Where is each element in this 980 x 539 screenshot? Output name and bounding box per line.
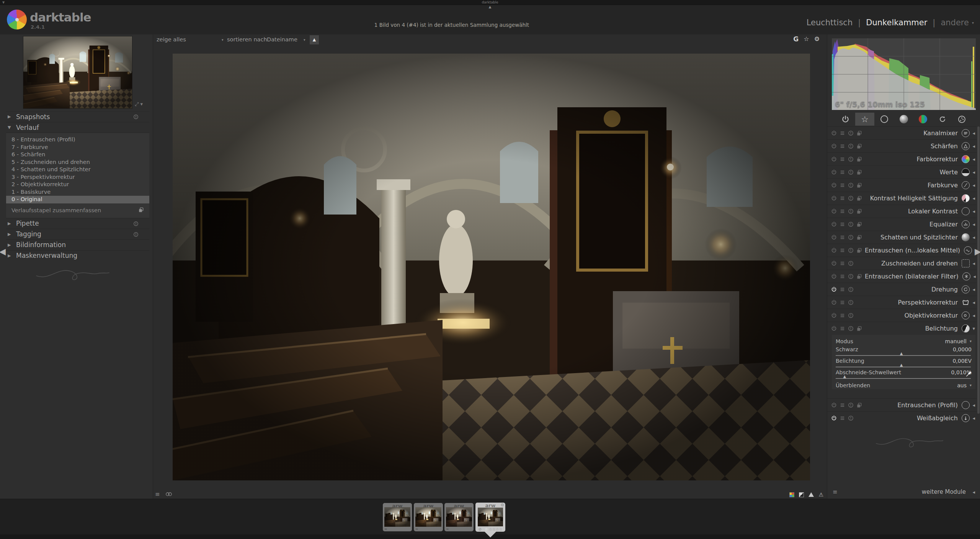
module-equalizer[interactable]: Equalizer ◂ bbox=[827, 218, 977, 231]
module-belichtung[interactable]: Belichtung ▾ bbox=[827, 322, 977, 335]
reject-icon[interactable]: ⊘ bbox=[478, 527, 481, 531]
power-icon[interactable] bbox=[831, 247, 837, 253]
presets-icon[interactable] bbox=[840, 234, 845, 240]
presets-icon[interactable] bbox=[840, 182, 845, 188]
instances-icon[interactable] bbox=[856, 326, 862, 331]
module-label[interactable]: Kanalmixer bbox=[923, 129, 962, 137]
expand-icon[interactable]: ◂ bbox=[970, 234, 975, 240]
instances-icon[interactable] bbox=[856, 274, 862, 279]
presets-icon[interactable] bbox=[840, 143, 845, 149]
navigation-thumbnail[interactable] bbox=[23, 36, 132, 109]
module-label[interactable]: Equalizer bbox=[929, 221, 962, 228]
module-farbkorrektur[interactable]: Farbkorrektur ◂ bbox=[827, 152, 977, 165]
filmstrip-thumbnail-1[interactable]: arw ≈ bbox=[383, 503, 412, 531]
slider-marker[interactable]: ▲ bbox=[900, 363, 903, 367]
power-icon[interactable] bbox=[831, 182, 837, 188]
presets-icon[interactable] bbox=[840, 402, 845, 408]
reset-icon[interactable] bbox=[848, 247, 854, 253]
presets-icon[interactable] bbox=[840, 130, 845, 136]
history-item-selected[interactable]: 0 - Original bbox=[6, 196, 149, 203]
instances-icon[interactable] bbox=[856, 130, 862, 136]
reset-icon[interactable] bbox=[848, 402, 854, 408]
filmstrip-thumbnail-4-selected[interactable]: arw ⚙ ⊘ ☆ ☆☆☆☆ bbox=[475, 503, 505, 532]
power-icon[interactable] bbox=[831, 169, 837, 175]
module-entrauschen-profil[interactable]: Entrauschen (Profil) ◂ bbox=[827, 398, 977, 411]
power-icon[interactable] bbox=[831, 313, 837, 318]
reset-icon[interactable] bbox=[848, 415, 854, 421]
module-label[interactable]: Entrauschen (n...lokales Mittel) bbox=[865, 247, 964, 254]
favorite-star-icon[interactable]: ☆ bbox=[804, 35, 809, 43]
module-kanalmixer[interactable]: Kanalmixer ◂ bbox=[827, 126, 977, 139]
instances-icon[interactable] bbox=[856, 402, 862, 408]
panel-scrollbar[interactable] bbox=[977, 126, 980, 414]
reset-icon[interactable] bbox=[133, 221, 139, 226]
slider-marker[interactable]: ▲ bbox=[900, 351, 903, 356]
reset-icon[interactable] bbox=[133, 114, 139, 120]
blend-combobox[interactable]: Überblenden aus ▾ bbox=[836, 381, 972, 389]
module-drehung[interactable]: Drehung ◂ bbox=[827, 283, 977, 296]
presets-icon[interactable] bbox=[840, 260, 845, 266]
view-other[interactable]: andere bbox=[941, 18, 969, 27]
sort-dropdown-icon[interactable]: ▾ bbox=[304, 38, 305, 42]
module-label[interactable]: Schatten und Spitzlichter bbox=[880, 234, 962, 241]
power-icon[interactable] bbox=[831, 130, 837, 136]
instances-icon[interactable] bbox=[856, 195, 862, 201]
expand-icon[interactable]: ◂ bbox=[970, 313, 975, 318]
expand-icon[interactable]: ◂ bbox=[970, 130, 975, 136]
history-item[interactable]: 7 - Farbkurve bbox=[6, 144, 149, 151]
collapse-icon[interactable]: ▾ bbox=[970, 326, 975, 331]
correction-group-button[interactable] bbox=[933, 113, 952, 126]
expand-icon[interactable]: ◂ bbox=[970, 300, 975, 305]
module-perspektivkorrektur[interactable]: Perspektivkorrektur ◂ bbox=[827, 296, 977, 309]
create-style-icon[interactable] bbox=[138, 207, 144, 213]
module-label[interactable]: Zuschneiden und drehen bbox=[881, 260, 962, 267]
sort-ascending-button[interactable]: ▲ bbox=[310, 35, 319, 44]
module-label[interactable]: Farbkurve bbox=[928, 182, 962, 189]
presets-icon[interactable] bbox=[840, 326, 845, 331]
history-item[interactable]: 4 - Schatten und Spitzlichter bbox=[6, 166, 149, 174]
section-snapshots[interactable]: ▶ Snapshots bbox=[6, 111, 149, 122]
reset-icon[interactable] bbox=[848, 143, 854, 149]
mode-combobox[interactable]: Modus manuell ▾ bbox=[836, 337, 972, 345]
power-icon[interactable] bbox=[831, 195, 837, 201]
basic-group-button[interactable] bbox=[874, 113, 894, 126]
raw-overexposure-icon[interactable]: ⚠ bbox=[818, 491, 823, 498]
module-label[interactable]: Objektivkorrektur bbox=[904, 312, 962, 319]
module-lokaler-kontrast[interactable]: Lokaler Kontrast ◂ bbox=[827, 205, 977, 218]
presets-menu-icon[interactable]: ≡ bbox=[155, 491, 160, 498]
tone-group-button[interactable] bbox=[894, 113, 913, 126]
instances-icon[interactable] bbox=[856, 234, 862, 240]
clipping-slider[interactable]: Abschneide-Schwellwert0,010% ▲ bbox=[836, 369, 972, 379]
reset-icon[interactable] bbox=[133, 232, 139, 237]
expand-icon[interactable]: ◂ bbox=[970, 182, 975, 188]
window-menu-icon[interactable]: ▼ bbox=[2, 0, 5, 5]
slider-marker[interactable]: ▲ bbox=[843, 374, 846, 378]
expand-icon[interactable]: ◂ bbox=[970, 287, 975, 292]
presets-icon[interactable] bbox=[840, 415, 845, 421]
favorites-group-button[interactable]: ☆ bbox=[855, 113, 875, 126]
expand-icon[interactable]: ◂ bbox=[970, 221, 975, 227]
module-schaerfen[interactable]: Schärfen ◂ bbox=[827, 139, 977, 152]
reset-icon[interactable] bbox=[848, 260, 854, 266]
reset-icon[interactable] bbox=[848, 156, 854, 162]
filter-combobox[interactable]: zeige alles bbox=[157, 36, 186, 43]
presets-icon[interactable] bbox=[840, 300, 845, 305]
expand-icon[interactable]: ◂ bbox=[970, 260, 975, 266]
overexposure-icon[interactable] bbox=[808, 492, 814, 497]
view-darkroom[interactable]: Dunkelkammer bbox=[866, 18, 927, 27]
top-panel-collapse-icon[interactable]: ▲ bbox=[489, 5, 492, 9]
bottom-panel-collapse-handle[interactable] bbox=[484, 531, 497, 537]
reset-icon[interactable] bbox=[848, 195, 854, 201]
module-label[interactable]: Werte bbox=[940, 169, 962, 176]
expand-icon[interactable]: ◂ bbox=[970, 143, 975, 149]
expand-icon[interactable]: ◂ bbox=[970, 195, 975, 201]
expand-icon[interactable]: ◂ bbox=[970, 208, 975, 214]
zoom-fit-icon[interactable]: ⤢ bbox=[135, 101, 140, 107]
module-kontrast-helligkeit-saettigung[interactable]: Kontrast Helligkeit Sättigung ◂ bbox=[827, 192, 977, 205]
view-lighttable[interactable]: Leuchttisch bbox=[807, 18, 853, 27]
presets-icon[interactable] bbox=[840, 195, 845, 201]
history-item[interactable]: 6 - Schärfen bbox=[6, 151, 149, 159]
history-item[interactable]: 1 - Basiskurve bbox=[6, 188, 149, 196]
history-item[interactable]: 5 - Zuschneiden und drehen bbox=[6, 159, 149, 166]
module-label[interactable]: Kontrast Helligkeit Sättigung bbox=[870, 195, 962, 202]
